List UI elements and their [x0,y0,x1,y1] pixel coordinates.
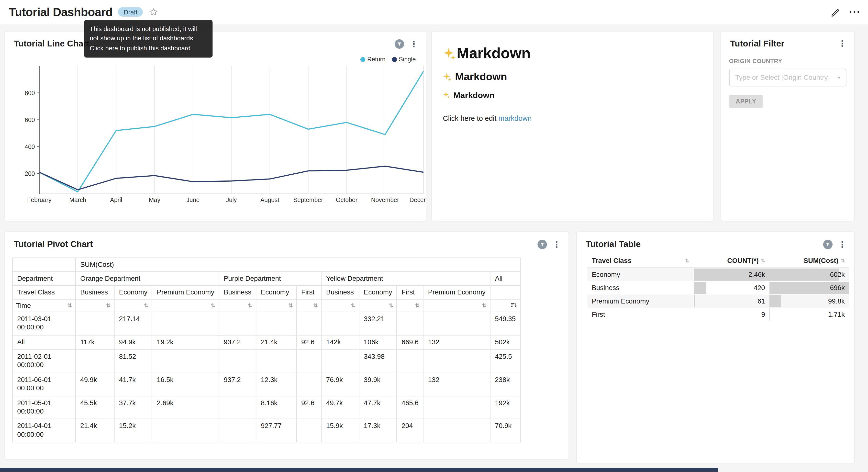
pivot-cell [152,419,219,442]
pivot-group-header[interactable]: Orange Department [75,272,219,286]
pivot-subgroup-header[interactable]: Premium Economy [152,286,219,299]
cross-filter-icon[interactable] [823,240,833,249]
pivot-cell: 132 [423,373,490,396]
pivot-cell: 8.16k [256,396,296,419]
pivot-cell: 549.35 [490,312,521,335]
pivot-subgroup-header[interactable]: Economy [256,286,296,299]
table-row[interactable]: Premium Economy6199.8k [587,294,849,308]
pivot-cell: 45.5k [75,396,114,419]
filter-card: Tutorial Filter ⋮ ORIGIN COUNTRY Type or… [721,31,855,222]
pivot-cell: 132 [423,335,490,350]
pivot-sort-cell[interactable]: ⇅ [321,299,359,312]
pivot-cell: 332.21 [359,312,397,335]
pivot-cell [297,419,321,442]
pivot-subgroup-header[interactable]: Business [75,286,114,299]
pivot-subgroup-header[interactable]: First [297,286,321,299]
legend-item[interactable]: Single [392,56,416,63]
pivot-subgroup-header[interactable] [490,286,521,299]
pivot-cell [297,312,321,335]
table-row[interactable]: First91.71k [587,308,849,321]
pivot-row-header: 2011-05-0100:00:00 [12,396,75,419]
table-row[interactable]: Business420696k [587,281,849,294]
pivot-cell: 204 [397,419,423,442]
pivot-row-header: 2011-03-0100:00:00 [12,312,75,335]
pivot-subgroup-header[interactable]: Economy [115,286,152,299]
edit-markdown-link[interactable]: markdown [499,114,532,122]
kebab-menu-icon[interactable]: ⋮ [838,39,846,48]
pivot-sort-cell[interactable]: ⇅ [219,299,256,312]
pivot-cell: 425.5 [490,350,521,373]
travel-class-cell: Premium Economy [587,294,694,308]
pivot-group-header[interactable]: All [490,272,521,286]
origin-country-select[interactable]: Type or Select [Origin Country] ▾ [729,69,846,86]
sparkles-icon [443,72,452,82]
sparkles-icon [443,91,450,98]
pivot-cell: 17.3k [359,419,397,442]
favorite-star-icon[interactable] [150,8,158,16]
pivot-table-container: SUM(Cost)DepartmentOrange DepartmentPurp… [12,258,521,442]
pivot-sort-cell[interactable]: ⇅ [423,299,490,312]
svg-text:July: July [226,196,237,203]
pivot-sort-cell[interactable]: ⇅ [115,299,152,312]
travel-class-cell: Economy [587,268,694,281]
dashboard: Tutorial Dashboard Draft This dashboard … [0,0,868,472]
pivot-sort-cell[interactable]: ⇅ [397,299,423,312]
pivot-sort-cell[interactable] [490,299,521,312]
sort-icon: ⇅ [351,302,355,308]
pivot-subgroup-header[interactable]: Economy [359,286,397,299]
pivot-cell: 15.9k [321,419,359,442]
column-header-travel-class[interactable]: Travel Class⇅ [587,254,694,268]
pivot-cell: 76.9k [321,373,359,396]
pivot-cell [297,350,321,373]
pivot-cell [152,350,219,373]
sort-icon: ⇅ [389,302,393,308]
pivot-sort-cell[interactable]: ⇅ [75,299,114,312]
draft-badge[interactable]: Draft [118,7,143,17]
kebab-menu-icon[interactable]: ⋮ [838,240,846,249]
kebab-menu-icon[interactable]: ⋮ [553,240,561,249]
pivot-cell [75,312,114,335]
more-actions-icon[interactable] [849,11,859,13]
pivot-subgroup-header[interactable]: Business [321,286,359,299]
pivot-sort-cell[interactable]: ⇅ [359,299,397,312]
sort-icon: ⇅ [67,303,72,308]
pivot-cell: 16.5k [152,373,219,396]
pivot-subgroup-header[interactable]: First [397,286,423,299]
pivot-sort-cell[interactable]: ⇅ [297,299,321,312]
svg-text:200: 200 [25,170,35,177]
column-header-count[interactable]: COUNT(*)⇅ [694,254,770,268]
cross-filter-icon[interactable] [537,240,547,249]
legend-item[interactable]: Return [361,56,385,63]
pivot-chart-card: Tutorial Pivot Chart ⋮ SUM(Cost)Departme… [4,231,569,460]
sum-cost-cell: 99.8k [770,294,849,308]
sort-icon: ⇅ [685,258,689,264]
pivot-subgroup-header[interactable]: Premium Economy [423,286,490,299]
svg-text:November: November [371,196,399,203]
pivot-subgroup-header[interactable]: Business [219,286,256,299]
kebab-menu-icon[interactable]: ⋮ [409,40,418,48]
line-chart-svg: FebruaryMarchAprilMayJuneJulyAugustSepte… [12,63,424,211]
svg-text:800: 800 [25,89,35,96]
pivot-cell [152,312,219,335]
pivot-sort-time[interactable]: Time⇅ [12,299,75,312]
table-row[interactable]: Economy2.46k602k [587,268,849,281]
pivot-row: 2011-05-0100:00:0045.5k37.7k2.69k8.16k92… [12,396,521,419]
edit-dashboard-icon[interactable] [830,7,839,17]
pivot-sort-cell[interactable]: ⇅ [256,299,296,312]
svg-text:June: June [186,196,199,203]
apply-button[interactable]: APPLY [729,95,763,108]
pivot-cell: 937.2 [219,335,256,350]
pivot-group-header[interactable]: Purple Department [219,272,321,286]
svg-text:May: May [149,196,161,203]
pivot-cell: 502k [490,335,521,350]
pivot-cell: 927.77 [256,419,296,442]
pivot-card-title: Tutorial Pivot Chart [14,239,93,249]
pivot-cell: 21.4k [256,335,296,350]
pivot-sort-cell[interactable]: ⇅ [152,299,219,312]
pivot-cell [397,350,423,373]
pivot-group-header[interactable]: Yellow Department [321,272,490,286]
cross-filter-icon[interactable] [395,39,404,49]
pivot-cell [423,419,490,442]
pivot-cell: 21.4k [75,419,114,442]
column-header-sum-cost[interactable]: SUM(Cost)⇅ [770,254,849,268]
